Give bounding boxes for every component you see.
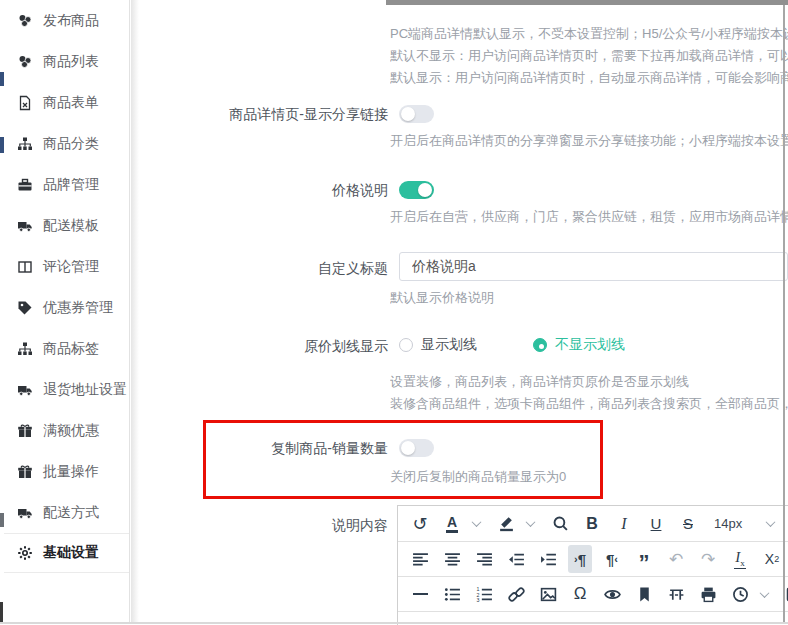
briefcase-icon [16, 176, 33, 193]
rich-text-editor: ↺ A B I U S 14px › [397, 505, 788, 625]
sidebar-item-label: 配送模板 [43, 217, 99, 235]
sidebar-item-label: 发布商品 [43, 12, 99, 30]
sidebar-item-product-category[interactable]: 商品分类 [4, 123, 129, 164]
truck-icon [16, 217, 33, 234]
clear-format-icon[interactable]: Ix [728, 545, 752, 573]
copy-sales-help: 关闭后复制的商品销量显示为0 [390, 468, 788, 486]
copy-sales-label: 复制商品-销量数量 [138, 438, 388, 458]
outdent-icon[interactable] [504, 545, 528, 573]
editor-toolbar-row-3: 123 Ω [398, 577, 788, 612]
bookmark-icon[interactable] [632, 580, 656, 608]
sidebar-item-label: 商品标签 [43, 340, 99, 358]
redo-icon[interactable]: ↷ [696, 545, 720, 573]
bottom-border [0, 622, 788, 624]
radio-hide-strikethrough[interactable]: 不显示划线 [533, 336, 625, 354]
highlight-chevron-icon[interactable] [518, 510, 542, 538]
sidebar: 发布商品 商品列表 商品表单 商品分类 品牌管理 配送模板 评论管理 优惠券管 [4, 0, 130, 622]
sidebar-item-label: 批量操作 [43, 463, 99, 481]
sidebar-item-label: 满额优惠 [43, 422, 99, 440]
sidebar-item-product-form[interactable]: 商品表单 [4, 82, 129, 123]
font-color-chevron-icon[interactable] [464, 510, 488, 538]
copy-sales-toggle[interactable] [399, 439, 434, 457]
special-char-icon[interactable]: Ω [568, 580, 592, 608]
sidebar-item-label: 品牌管理 [43, 176, 99, 194]
strikethrough-radio-group: 显示划线 不显示划线 [399, 336, 681, 354]
time-chevron-icon[interactable] [752, 580, 776, 608]
subscript-icon[interactable]: X2 [760, 545, 784, 573]
content-label: 说明内容 [138, 515, 388, 535]
sidebar-item-coupon-management[interactable]: 优惠券管理 [4, 287, 129, 328]
horizontal-rule-icon[interactable] [408, 580, 432, 608]
pilcrow-glyph: ¶ [606, 551, 614, 568]
align-right-icon[interactable] [472, 545, 496, 573]
bullet-list-icon[interactable] [440, 580, 464, 608]
radio-label: 不显示划线 [555, 336, 625, 354]
strikethrough-row: 原价划线显示 显示划线 不显示划线 [138, 336, 788, 356]
numbered-list-icon[interactable]: 123 [472, 580, 496, 608]
strikethrough-help-1: 设置装修，商品列表，商品详情页原价是否显示划线 [390, 373, 788, 391]
undo-icon[interactable]: ↶ [664, 545, 688, 573]
italic-icon[interactable]: I [612, 510, 636, 538]
vertical-scrollbar[interactable] [783, 5, 785, 622]
preview-eye-icon[interactable] [600, 580, 624, 608]
page-break-icon[interactable] [664, 580, 688, 608]
tag-icon [16, 299, 33, 316]
sidebar-item-product-list[interactable]: 商品列表 [4, 41, 129, 82]
align-center-icon[interactable] [440, 545, 464, 573]
sidebar-item-comment-management[interactable]: 评论管理 [4, 246, 129, 287]
copy-sales-row: 复制商品-销量数量 [138, 438, 788, 458]
sidebar-item-delivery-template[interactable]: 配送模板 [4, 205, 129, 246]
strikethrough-help-2: 装修含商品组件，选项卡商品组件，商品列表含搜索页，全部商品页，品牌商品页 [390, 395, 788, 413]
cubes-icon [16, 53, 33, 70]
sidebar-item-batch-operations[interactable]: 批量操作 [4, 451, 129, 492]
font-color-icon[interactable]: A [440, 510, 464, 538]
zoom-search-icon[interactable] [548, 510, 572, 538]
highlight-pen-icon[interactable] [494, 510, 518, 538]
strikethrough-icon[interactable]: S [676, 510, 700, 538]
gift-icon [16, 422, 33, 439]
align-left-icon[interactable] [408, 545, 432, 573]
history-icon[interactable]: ↺ [408, 510, 432, 538]
insert-image-icon[interactable] [536, 580, 560, 608]
indent-icon[interactable] [536, 545, 560, 573]
sidebar-item-label: 商品表单 [43, 94, 99, 112]
sidebar-item-return-address-settings[interactable]: 退货地址设置 [4, 369, 129, 410]
underline-icon[interactable]: U [644, 510, 668, 538]
app-window: 发布商品 商品列表 商品表单 商品分类 品牌管理 配送模板 评论管理 优惠券管 [0, 0, 788, 625]
print-icon[interactable] [696, 580, 720, 608]
share-link-help: 开启后在商品详情页的分享弹窗显示分享链接功能；小程序端按本设置控制 [390, 132, 788, 150]
toggle-knob [401, 107, 415, 121]
blockquote-icon[interactable]: ” [632, 545, 656, 573]
link-icon[interactable] [504, 580, 528, 608]
file-form-icon [16, 94, 33, 111]
radio-label: 显示划线 [421, 336, 477, 354]
sidebar-item-product-tags[interactable]: 商品标签 [4, 328, 129, 369]
font-color-letter: A [446, 515, 458, 533]
columns-icon [16, 258, 33, 275]
sidebar-item-delivery-method[interactable]: 配送方式 [4, 492, 129, 533]
sidebar-item-basic-settings[interactable]: 基础设置 [4, 533, 129, 573]
sidebar-item-full-amount-discount[interactable]: 满额优惠 [4, 410, 129, 451]
settings-intro-text: PC端商品详情默认显示，不受本设置控制；H5/公众号/小程序端按本设置控制； 默… [390, 23, 788, 89]
toggle-knob [418, 183, 432, 197]
custom-title-input[interactable] [399, 252, 788, 281]
share-link-toggle[interactable] [399, 105, 434, 123]
bold-icon[interactable]: B [580, 510, 604, 538]
radio-show-strikethrough[interactable]: 显示划线 [399, 336, 477, 354]
price-note-toggle[interactable] [399, 181, 434, 199]
arrow-glyph: ‹ [614, 553, 618, 565]
category-tree-icon [16, 135, 33, 152]
intro-line: 默认显示：用户访问商品详情页时，自动显示商品详情，可能会影响商品详情打开速度 [390, 67, 788, 89]
sidebar-item-publish-product[interactable]: 发布商品 [4, 0, 129, 41]
subscript-index: 2 [774, 554, 779, 564]
font-size-dropdown[interactable]: 14px [704, 516, 782, 531]
paragraph-rtl-icon[interactable]: ¶‹ [600, 545, 624, 573]
paragraph-ltr-icon[interactable]: ›¶ [568, 545, 592, 573]
custom-title-help: 默认显示价格说明 [390, 289, 788, 307]
insert-time-icon[interactable] [728, 580, 752, 608]
editor-toolbar-row-2: ›¶ ¶‹ ” ↶ ↷ Ix X2 X [398, 542, 788, 577]
sidebar-shadow [131, 0, 139, 622]
svg-text:3: 3 [476, 596, 479, 602]
sidebar-item-label: 商品分类 [43, 135, 99, 153]
sidebar-item-brand-management[interactable]: 品牌管理 [4, 164, 129, 205]
